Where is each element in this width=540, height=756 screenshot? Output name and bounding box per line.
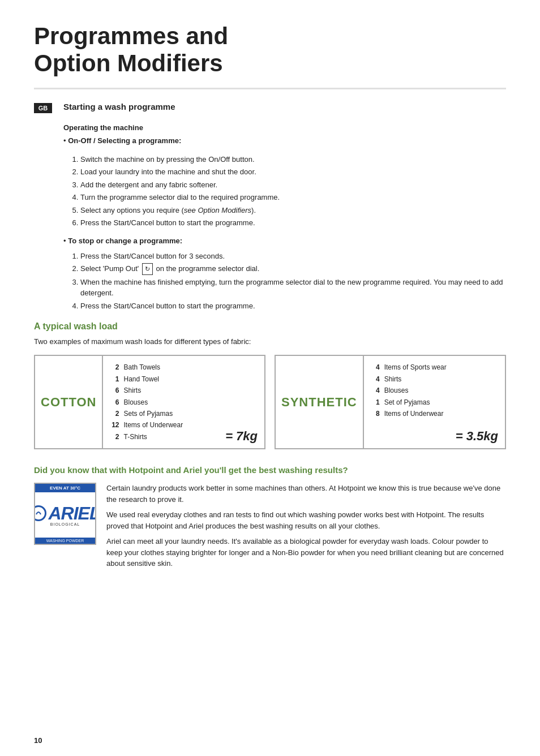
step4: Turn the programme selector dial to the … — [80, 192, 506, 203]
cotton-items: 2 Bath Towels 1 Hand Towel 6 Shirts 6 Bl… — [103, 356, 264, 448]
cotton-box: COTTON 2 Bath Towels 1 Hand Towel 6 Shir… — [34, 355, 265, 449]
step6: Press the Start/Cancel button to start t… — [80, 217, 506, 229]
stop-step4: Press the Start/Cancel button to start t… — [80, 300, 506, 312]
dyk-para1: Certain laundry products work better in … — [106, 483, 506, 505]
title-divider — [34, 88, 506, 89]
cotton-item-0: 2 Bath Towels — [111, 362, 256, 373]
steps-select-programme: Switch the machine on by pressing the On… — [63, 154, 506, 229]
ariel-bottom-text: WASHING POWDER — [35, 538, 95, 544]
bullet2-block: To stop or change a programme: — [63, 237, 506, 245]
synthetic-weight: = 3.5kg — [456, 429, 498, 444]
bullet2-title: To stop or change a programme: — [63, 237, 506, 245]
dyk-para3: Ariel can meet all your laundry needs. I… — [106, 536, 506, 569]
section2-title: A typical wash load — [34, 321, 506, 332]
step2: Load your laundry into the machine and s… — [80, 166, 506, 178]
stop-step3: When the machine has finished emptying, … — [80, 277, 506, 299]
synthetic-item-0: 4 Items of Sports wear — [372, 362, 497, 373]
did-you-know-body: EVEN AT 30°C ARIEL BIOLOGICAL WASHING PO… — [34, 483, 506, 574]
operating-machine-title: Operating the machine — [63, 123, 506, 132]
cotton-label: COTTON — [35, 356, 103, 448]
gb-badge: GB — [34, 103, 52, 113]
did-you-know-text: Certain laundry products work better in … — [106, 483, 506, 574]
cotton-item-2: 6 Shirts — [111, 385, 256, 396]
title-line2: Option Modifiers — [34, 50, 223, 76]
synthetic-label: SYNTHETIC — [276, 356, 364, 448]
section3-title: Did you know that with Hotpoint and Arie… — [34, 465, 506, 475]
wash-boxes: COTTON 2 Bath Towels 1 Hand Towel 6 Shir… — [34, 355, 506, 449]
wash-load-desc: Two examples of maximum wash loads for d… — [34, 337, 506, 346]
page-number: 10 — [34, 736, 42, 745]
ariel-circle-icon — [34, 509, 43, 518]
ariel-logo: EVEN AT 30°C ARIEL BIOLOGICAL WASHING PO… — [35, 484, 95, 544]
section1-header: GB Starting a wash programme — [34, 102, 506, 113]
synthetic-item-4: 8 Items of Underwear — [372, 408, 497, 419]
section3: Did you know that with Hotpoint and Arie… — [34, 465, 506, 574]
ariel-sub-text: BIOLOGICAL — [50, 522, 80, 526]
section1-body: Operating the machine On-Off / Selecting… — [63, 123, 506, 312]
section1-title: Starting a wash programme — [63, 102, 175, 111]
ariel-top-text: EVEN AT 30°C — [35, 484, 95, 492]
synthetic-item-2: 4 Blouses — [372, 385, 497, 396]
step3: Add the detergent and any fabric softene… — [80, 179, 506, 191]
steps-stop-programme: Press the Start/Cancel button for 3 seco… — [63, 251, 506, 312]
synthetic-item-3: 1 Set of Pyjamas — [372, 397, 497, 408]
bullet1-block: On-Off / Selecting a programme: — [63, 136, 506, 145]
synthetic-item-1: 4 Shirts — [372, 373, 497, 385]
pump-out-icon: ↻ — [142, 263, 153, 275]
dyk-para2: We used real everyday clothes and ran te… — [106, 509, 506, 531]
title-line1: Programmes and — [34, 23, 228, 49]
step5: Select any options you require (see Opti… — [80, 205, 506, 216]
synthetic-items: 4 Items of Sports wear 4 Shirts 4 Blouse… — [364, 356, 505, 448]
section2: A typical wash load Two examples of maxi… — [34, 321, 506, 449]
ariel-brand-text: ARIEL — [49, 504, 97, 522]
stop-step2: Select 'Pump Out' ↻ on the programme sel… — [80, 263, 506, 275]
cotton-item-3: 6 Blouses — [111, 397, 256, 408]
stop-step1: Press the Start/Cancel button for 3 seco… — [80, 251, 506, 262]
bullet1-title: On-Off / Selecting a programme: — [63, 136, 506, 145]
cotton-weight: = 7kg — [225, 429, 258, 444]
cotton-item-1: 1 Hand Towel — [111, 373, 256, 385]
synthetic-box: SYNTHETIC 4 Items of Sports wear 4 Shirt… — [275, 355, 506, 449]
cotton-item-4: 2 Sets of Pyjamas — [111, 408, 256, 419]
ariel-logo-box: EVEN AT 30°C ARIEL BIOLOGICAL WASHING PO… — [34, 483, 96, 545]
step1: Switch the machine on by pressing the On… — [80, 154, 506, 165]
page-title: Programmes and Option Modifiers — [34, 23, 506, 78]
